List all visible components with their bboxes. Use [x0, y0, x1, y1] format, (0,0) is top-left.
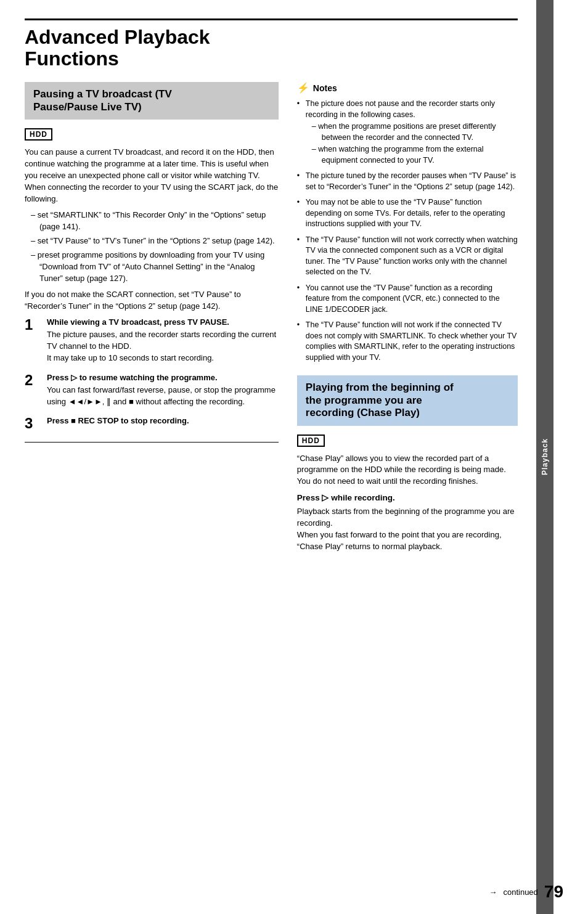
two-col-layout: Pausing a TV broadcast (TV Pause/Pause L… [25, 82, 518, 557]
note-subitem: when the programme positions are preset … [312, 121, 518, 143]
notes-list: The picture does not pause and the recor… [297, 99, 518, 363]
step-2-title: Press ▷ to resume watching the programme… [47, 373, 279, 382]
note-subitem: when watching the programme from the ext… [312, 144, 518, 166]
list-item: set “TV Pause” to “TV’s Tuner” in the “O… [31, 235, 279, 247]
hdd-badge-pausing: HDD [25, 128, 52, 141]
step-2-body-1: You can fast forward/fast reverse, pause… [47, 385, 279, 408]
step-1-content: While viewing a TV broadcast, press TV P… [47, 317, 279, 364]
list-item: set “SMARTLINK” to “This Recorder Only” … [31, 210, 279, 233]
notes-header: ⚡ Notes [297, 82, 518, 94]
continued-text: continued [503, 887, 537, 897]
note-item-5: You cannot use the “TV Pause” function a… [297, 283, 518, 316]
chase-play-intro: “Chase Play” allows you to view the reco… [297, 453, 518, 488]
page-title: Advanced Playback Functions [25, 18, 518, 70]
side-tab: Playback [536, 0, 553, 914]
step-1-body-2: It may take up to 10 seconds to start re… [47, 353, 279, 364]
page-number: 79 [544, 882, 563, 902]
left-column: Pausing a TV broadcast (TV Pause/Pause L… [25, 82, 279, 557]
right-column: ⚡ Notes The picture does not pause and t… [297, 82, 518, 557]
notes-section: ⚡ Notes The picture does not pause and t… [297, 82, 518, 363]
step-1: 1 While viewing a TV broadcast, press TV… [25, 317, 279, 364]
press-line: Press ▷ while recording. [297, 492, 518, 502]
step-3-content: Press ■ REC STOP to stop recording. [47, 416, 279, 428]
page-heading: Advanced Playback Functions [25, 27, 518, 70]
continued-arrow: → [489, 887, 497, 897]
no-scart-text: If you do not make the SCART connection,… [25, 289, 279, 312]
pausing-section-title: Pausing a TV broadcast (TV Pause/Pause L… [33, 88, 270, 113]
hdd-badge-chase: HDD [297, 435, 325, 447]
page-container: Advanced Playback Functions Pausing a TV… [0, 0, 588, 914]
chase-play-body: Playback starts from the beginning of th… [297, 506, 518, 552]
note-item-2: The picture tuned by the recorder pauses… [297, 171, 518, 192]
bottom-rule [25, 442, 279, 443]
chase-play-section-header: Playing from the beginning of the progra… [297, 375, 518, 425]
step-3-title: Press ■ REC STOP to stop recording. [47, 416, 279, 425]
pausing-section-header: Pausing a TV broadcast (TV Pause/Pause L… [25, 82, 279, 120]
main-content: Advanced Playback Functions Pausing a TV… [0, 0, 536, 914]
chase-play-section: Playing from the beginning of the progra… [297, 375, 518, 552]
notes-label: Notes [313, 83, 337, 93]
side-tab-label: Playback [541, 438, 549, 475]
step-2: 2 Press ▷ to resume watching the program… [25, 373, 279, 408]
scart-instructions-list: set “SMARTLINK” to “This Recorder Only” … [31, 210, 279, 284]
note-item-3: You may not be able to use the “TV Pause… [297, 197, 518, 230]
step-1-body-1: The picture pauses, and the recorder sta… [47, 329, 279, 353]
step-2-content: Press ▷ to resume watching the programme… [47, 373, 279, 408]
step-3-number: 3 [25, 416, 42, 431]
notes-icon: ⚡ [297, 82, 309, 94]
notes-sublist-1: when the programme positions are preset … [306, 121, 518, 166]
step-2-number: 2 [25, 373, 42, 388]
step-1-number: 1 [25, 317, 42, 332]
note-item-1: The picture does not pause and the recor… [297, 99, 518, 166]
step-1-title: While viewing a TV broadcast, press TV P… [47, 317, 279, 327]
note-item-4: The “TV Pause” function will not work co… [297, 235, 518, 278]
note-item-6: The “TV Pause” function will not work if… [297, 320, 518, 363]
chase-play-title: Playing from the beginning of the progra… [306, 382, 509, 419]
list-item: preset programme positions by downloadin… [31, 250, 279, 285]
page-footer: → continued 79 [489, 882, 563, 902]
intro-text: You can pause a current TV broadcast, an… [25, 147, 279, 205]
step-3: 3 Press ■ REC STOP to stop recording. [25, 416, 279, 431]
